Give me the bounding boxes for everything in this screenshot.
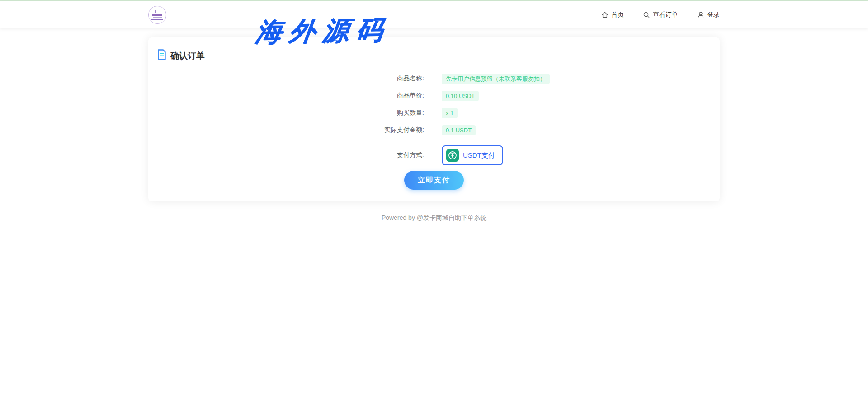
row-quantity: 购买数量: x 1 (148, 107, 720, 118)
nav-item-label: 登录 (707, 11, 720, 19)
row-value: USDT支付 (442, 145, 503, 165)
pay-now-button[interactable]: 立即支付 (404, 171, 464, 190)
logo-text-mark (152, 14, 162, 16)
usdt-payment-method-button[interactable]: USDT支付 (442, 145, 503, 165)
order-form: 商品名称: 先卡用户信息预留（未联系客服勿拍） 商品单价: 0.10 USDT … (148, 73, 720, 165)
total-amount-badge: 0.1 USDT (442, 125, 476, 135)
row-value: 0.10 USDT (442, 91, 479, 101)
document-icon (157, 49, 166, 62)
row-label: 商品单价: (148, 92, 424, 100)
brand-logo[interactable] (148, 6, 166, 24)
row-value: 0.1 USDT (442, 125, 476, 135)
row-label: 实际支付金额: (148, 126, 424, 134)
row-label: 商品名称: (148, 75, 424, 83)
row-label: 购买数量: (148, 109, 424, 117)
nav-item-home[interactable]: 首页 (601, 11, 624, 19)
row-label: 支付方式: (148, 151, 424, 159)
navbar-container: 首页 查看订单 登录 (148, 1, 720, 28)
row-value: 先卡用户信息预留（未联系客服勿拍） (442, 74, 550, 84)
nav-item-label: 查看订单 (653, 11, 678, 19)
logo-monitor-icon (155, 10, 160, 13)
home-icon (601, 11, 609, 19)
order-confirm-card: 确认订单 商品名称: 先卡用户信息预留（未联系客服勿拍） 商品单价: 0.10 … (148, 37, 720, 201)
logo-underline (151, 19, 163, 20)
row-product-name: 商品名称: 先卡用户信息预留（未联系客服勿拍） (148, 73, 720, 84)
row-unit-price: 商品单价: 0.10 USDT (148, 90, 720, 101)
nav-item-login[interactable]: 登录 (697, 11, 720, 19)
nav-menu: 首页 查看订单 登录 (601, 11, 720, 19)
row-payment-method: 支付方式: USDT支付 (148, 145, 720, 165)
search-icon (643, 11, 650, 19)
user-icon (697, 11, 704, 19)
unit-price-badge: 0.10 USDT (442, 91, 479, 101)
product-name-badge: 先卡用户信息预留（未联系客服勿拍） (442, 74, 550, 84)
logo-subtext-mark (153, 17, 162, 18)
row-value: x 1 (442, 108, 458, 118)
footer-powered-by: Powered by @发卡商城自助下单系统 (0, 214, 868, 222)
row-total-amount: 实际支付金额: 0.1 USDT (148, 125, 720, 135)
page-title: 确认订单 (170, 50, 205, 62)
card-title: 确认订单 (157, 49, 720, 62)
usdt-payment-label: USDT支付 (463, 151, 495, 160)
tether-icon (446, 149, 459, 162)
nav-item-label: 首页 (611, 11, 624, 19)
navbar: 首页 查看订单 登录 (0, 1, 868, 28)
quantity-badge: x 1 (442, 108, 458, 118)
nav-item-orders[interactable]: 查看订单 (643, 11, 678, 19)
